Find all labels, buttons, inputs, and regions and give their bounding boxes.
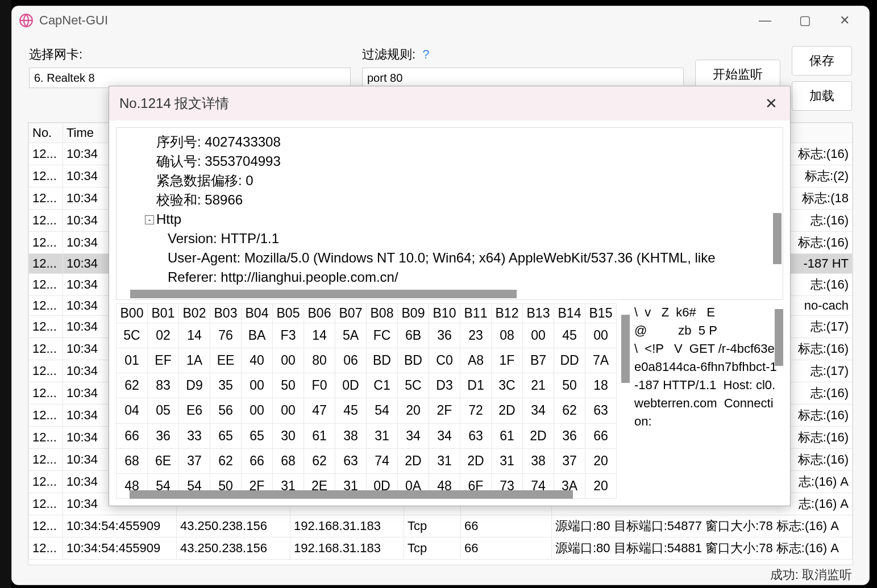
hex-row[interactable]: 686E376266686263742D312D31383720 — [117, 448, 617, 473]
tree-collapse-icon[interactable]: - — [145, 215, 154, 224]
window-close-button[interactable]: ✕ — [836, 13, 853, 28]
ascii-scrollbar-vertical[interactable] — [775, 309, 783, 366]
tree-seq: 序列号: 4027433308 — [122, 132, 777, 152]
hex-header: B02 — [179, 304, 210, 323]
app-icon — [19, 13, 34, 28]
tree-http-version: Version: HTTP/1.1 — [122, 229, 777, 248]
title-bar: CapNet-GUI — ▢ ✕ — [12, 6, 869, 35]
tree-checksum: 校验和: 58966 — [122, 190, 777, 210]
hex-header: B08 — [367, 304, 398, 323]
filter-input[interactable] — [362, 68, 684, 88]
table-row[interactable]: 12...10:34:54:45590943.250.238.156192.16… — [29, 537, 853, 560]
hex-header: B12 — [492, 304, 523, 323]
hex-table[interactable]: B00B01B02B03B04B05B06B07B08B09B10B11B12B… — [116, 303, 617, 499]
filter-label: 过滤规则: ? — [362, 46, 684, 63]
nic-select[interactable] — [29, 68, 351, 88]
hex-row[interactable]: 5C021476BAF3145AFC6B362308004500 — [117, 323, 617, 348]
main-window: CapNet-GUI — ▢ ✕ 选择网卡: 过滤规则: ? 开始监听 保存 加… — [11, 6, 870, 585]
tree-scrollbar-vertical[interactable] — [773, 213, 782, 264]
hex-header: B01 — [148, 304, 179, 323]
modal-title-bar: No.1214 报文详情 ✕ — [109, 86, 790, 120]
table-row[interactable]: 12...10:34:54:45590943.250.238.156192.16… — [29, 515, 853, 537]
hex-row[interactable]: 0405E6560000474554202F722D346263 — [117, 398, 617, 423]
hex-header: B04 — [242, 304, 273, 323]
app-title: CapNet-GUI — [39, 13, 757, 28]
hex-header: B05 — [273, 304, 304, 323]
hex-header: B07 — [335, 304, 367, 323]
hex-row[interactable]: 663633656530613831343463612D3666 — [117, 423, 617, 448]
hex-header: B11 — [460, 304, 492, 323]
modal-title-text: No.1214 报文详情 — [119, 94, 763, 112]
filter-help-icon[interactable]: ? — [422, 47, 429, 61]
nic-label: 选择网卡: — [29, 46, 351, 63]
start-listen-button[interactable]: 开始监听 — [695, 60, 780, 89]
window-maximize-button[interactable]: ▢ — [796, 13, 813, 28]
status-bar: 成功: 取消监听 — [12, 565, 869, 585]
hex-header: B13 — [523, 304, 554, 323]
hex-header: B03 — [210, 304, 242, 323]
modal-close-button[interactable]: ✕ — [763, 95, 780, 112]
ascii-dump: \ v Z k6# E @ zb 5 P \ <!P V GET /r-4bcf… — [634, 303, 783, 499]
tree-http-ua: User-Agent: Mozilla/5.0 (Windows NT 10.0… — [122, 248, 777, 268]
hex-header: B15 — [585, 304, 617, 323]
hex-dump-area: B00B01B02B03B04B05B06B07B08B09B10B11B12B… — [116, 303, 783, 499]
window-minimize-button[interactable]: — — [757, 13, 774, 28]
hex-row[interactable]: 01EF1AEE40008006BDBDC0A81FB7DD7A — [117, 348, 617, 373]
hex-header: B09 — [398, 304, 429, 323]
load-button[interactable]: 加载 — [792, 81, 852, 111]
hex-row[interactable]: 6283D9350050F00DC15CD3D13C215018 — [117, 373, 617, 398]
hex-header: B00 — [117, 304, 148, 323]
hex-header: B06 — [304, 304, 335, 323]
hex-scrollbar-vertical[interactable] — [621, 315, 630, 383]
tree-ack: 确认号: 3553704993 — [122, 152, 777, 171]
table-header[interactable]: No. — [29, 123, 63, 143]
tree-http-referer: Referer: http://lianghui.people.com.cn/ — [122, 268, 777, 287]
protocol-tree[interactable]: 序列号: 4027433308 确认号: 3553704993 紧急数据偏移: … — [116, 127, 783, 300]
tree-scrollbar-horizontal[interactable] — [130, 290, 517, 298]
hex-header: B10 — [429, 304, 460, 323]
tree-http-label: Http — [156, 211, 181, 227]
tree-urgent: 紧急数据偏移: 0 — [122, 171, 777, 190]
hex-header: B14 — [554, 304, 585, 323]
hex-scrollbar-horizontal[interactable] — [130, 490, 573, 499]
packet-detail-modal: No.1214 报文详情 ✕ 序列号: 4027433308 确认号: 3553… — [109, 86, 791, 506]
save-button[interactable]: 保存 — [792, 46, 852, 76]
